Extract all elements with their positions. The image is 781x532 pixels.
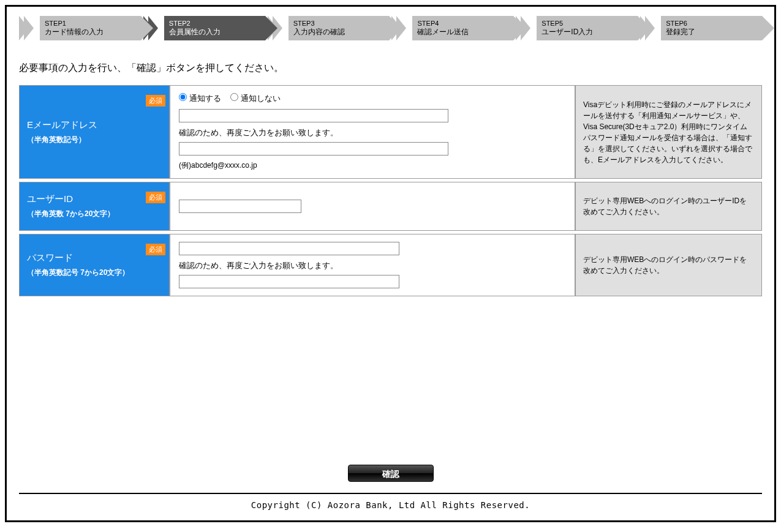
email-row: 必須 Eメールアドレス （半角英数記号） 通知する 通知しない 確認のため、再度…: [19, 85, 762, 179]
step-num: STEP2: [169, 20, 265, 28]
password-label: パスワード: [27, 252, 162, 264]
copyright-text: Copyright (C) Aozora Bank, Ltd All Right…: [19, 500, 762, 510]
step-6: STEP6 登録完了: [640, 16, 762, 40]
step-label: ユーザーID入力: [541, 28, 638, 36]
step-5: STEP5 ユーザーID入力: [516, 16, 638, 40]
notify-no-text: 通知しない: [241, 94, 281, 103]
form-table: 必須 Eメールアドレス （半角英数記号） 通知する 通知しない 確認のため、再度…: [19, 82, 762, 299]
userid-label-sub: （半角英数 7から20文字）: [27, 209, 162, 219]
userid-label-cell: 必須 ユーザーID （半角英数 7から20文字）: [19, 182, 170, 231]
password-row: 必須 パスワード （半角英数記号 7から20文字） 確認のため、再度ご入力をお願…: [19, 234, 762, 296]
step-label: カード情報の入力: [45, 28, 141, 36]
email-input[interactable]: [179, 109, 448, 122]
step-label: 会員属性の入力: [169, 28, 265, 36]
step-num: STEP3: [293, 20, 390, 28]
notify-yes-radio[interactable]: [179, 93, 187, 101]
step-label: 登録完了: [666, 28, 762, 36]
footer-divider: [19, 493, 762, 494]
step-indicator: STEP1 カード情報の入力 STEP2 会員属性の入力 STEP3 入力内容の…: [19, 16, 762, 40]
step-4: STEP4 確認メール送信: [391, 16, 513, 40]
step-num: STEP4: [417, 20, 513, 28]
required-badge: 必須: [146, 244, 165, 255]
email-confirm-text: 確認のため、再度ご入力をお願い致します。: [179, 127, 566, 138]
step-num: STEP6: [666, 20, 762, 28]
notify-yes-text: 通知する: [189, 94, 221, 103]
required-badge: 必須: [146, 192, 165, 203]
email-help: Visaデビット利用時にご登録のメールアドレスにメールを送付する「利用通知メール…: [575, 85, 762, 179]
notify-no-radio[interactable]: [230, 93, 238, 101]
no-notify-radio-label[interactable]: 通知しない: [230, 94, 281, 103]
step-label: 入力内容の確認: [293, 28, 390, 36]
password-label-sub: （半角英数記号 7から20文字）: [27, 268, 162, 278]
email-example: (例)abcdefg@xxxx.co.jp: [179, 160, 566, 171]
step-label: 確認メール送信: [417, 28, 513, 36]
password-confirm-text: 確認のため、再度ご入力をお願い致します。: [179, 260, 566, 271]
instruction-text: 必要事項の入力を行い、「確認」ボタンを押してください。: [19, 62, 762, 75]
password-input[interactable]: [179, 242, 399, 255]
email-label: Eメールアドレス: [27, 119, 162, 131]
userid-input-cell: [170, 182, 575, 231]
notify-radio-label[interactable]: 通知する: [179, 94, 223, 103]
email-confirm-input[interactable]: [179, 142, 448, 155]
email-label-sub: （半角英数記号）: [27, 135, 162, 145]
step-1: STEP1 カード情報の入力: [19, 16, 141, 40]
userid-input[interactable]: [179, 200, 301, 213]
userid-row: 必須 ユーザーID （半角英数 7から20文字） デビット専用WEBへのログイン…: [19, 182, 762, 231]
password-input-cell: 確認のため、再度ご入力をお願い致します。: [170, 234, 575, 296]
email-input-cell: 通知する 通知しない 確認のため、再度ご入力をお願い致します。 (例)abcde…: [170, 85, 575, 179]
step-3: STEP3 入力内容の確認: [268, 16, 390, 40]
step-num: STEP5: [541, 20, 638, 28]
password-confirm-input[interactable]: [179, 275, 399, 288]
password-label-cell: 必須 パスワード （半角英数記号 7から20文字）: [19, 234, 170, 296]
step-2-active: STEP2 会員属性の入力: [143, 16, 265, 40]
password-help: デビット専用WEBへのログイン時のパスワードを改めてご入力ください。: [575, 234, 762, 296]
required-badge: 必須: [146, 95, 165, 107]
email-label-cell: 必須 Eメールアドレス （半角英数記号）: [19, 85, 170, 179]
confirm-button[interactable]: 確認: [348, 465, 434, 482]
userid-label: ユーザーID: [27, 193, 162, 205]
userid-help: デビット専用WEBへのログイン時のユーザーIDを改めてご入力ください。: [575, 182, 762, 231]
step-num: STEP1: [45, 20, 141, 28]
